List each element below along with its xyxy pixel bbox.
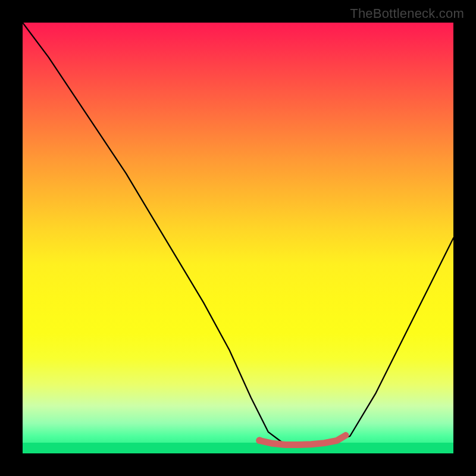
watermark-text: TheBottleneck.com <box>350 6 464 21</box>
bottleneck-curve <box>23 23 453 445</box>
plot-area <box>23 23 453 453</box>
optimal-start-dot <box>256 437 263 444</box>
curve-layer <box>23 23 453 453</box>
optimal-zone-highlight <box>259 436 346 445</box>
chart-frame: TheBottleneck.com <box>0 0 476 476</box>
